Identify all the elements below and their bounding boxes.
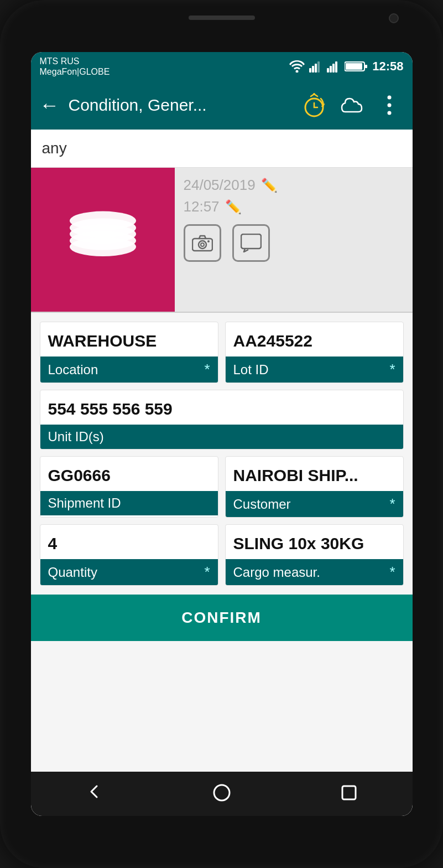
app-toolbar: ← Condition, Gener... bbox=[31, 81, 413, 130]
svg-rect-8 bbox=[335, 61, 337, 73]
filter-value: any bbox=[42, 140, 67, 157]
comment-button[interactable] bbox=[232, 224, 270, 262]
back-button[interactable]: ← bbox=[40, 94, 60, 117]
date-edit-icon[interactable]: ✏️ bbox=[261, 178, 278, 193]
status-right: 12:58 bbox=[289, 59, 403, 74]
carrier-info: MTS RUS MegaFon|GLOBE bbox=[40, 56, 110, 77]
product-date: 24/05/2019 ✏️ bbox=[184, 177, 404, 194]
cloud-icon bbox=[338, 92, 365, 118]
quantity-value: 4 bbox=[40, 525, 218, 559]
svg-rect-7 bbox=[332, 64, 335, 73]
lot-id-required: * bbox=[389, 361, 395, 378]
field-unit-ids[interactable]: 554 555 556 559 Unit ID(s) bbox=[40, 390, 404, 450]
customer-required: * bbox=[389, 495, 395, 513]
carrier-1: MTS RUS bbox=[40, 56, 110, 66]
phone-frame: MTS RUS MegaFon|GLOBE bbox=[0, 0, 443, 868]
timer-button[interactable] bbox=[300, 91, 329, 120]
confirm-button[interactable]: CONFIRM bbox=[31, 595, 413, 641]
wifi-icon bbox=[289, 60, 305, 73]
svg-rect-26 bbox=[241, 234, 261, 249]
shipment-id-value: GG0666 bbox=[40, 457, 218, 491]
quantity-label: Quantity * bbox=[40, 559, 218, 585]
nav-home-icon bbox=[212, 783, 232, 803]
lot-id-value: AA245522 bbox=[226, 322, 403, 356]
sync-button[interactable] bbox=[337, 91, 366, 120]
time-edit-icon[interactable]: ✏️ bbox=[225, 199, 242, 215]
warehouse-value: WAREHOUSE bbox=[40, 322, 218, 356]
toolbar-actions bbox=[300, 91, 404, 120]
product-card: 24/05/2019 ✏️ 12:57 ✏️ bbox=[31, 168, 413, 313]
phone-screen: MTS RUS MegaFon|GLOBE bbox=[31, 52, 413, 816]
status-time: 12:58 bbox=[372, 59, 403, 74]
nav-back-icon bbox=[85, 782, 105, 802]
product-image bbox=[31, 168, 175, 312]
camera-dot bbox=[389, 13, 399, 23]
camera-icon bbox=[192, 234, 213, 252]
quantity-required: * bbox=[204, 564, 210, 581]
status-bar: MTS RUS MegaFon|GLOBE bbox=[31, 52, 413, 81]
camera-button[interactable] bbox=[184, 224, 221, 262]
field-lot-id[interactable]: AA245522 Lot ID * bbox=[225, 322, 404, 383]
lot-id-label: Lot ID * bbox=[226, 356, 403, 383]
customer-label: Customer * bbox=[226, 491, 403, 517]
field-warehouse[interactable]: WAREHOUSE Location * bbox=[40, 322, 218, 383]
svg-rect-6 bbox=[330, 66, 332, 73]
warehouse-label: Location * bbox=[40, 356, 218, 383]
svg-point-0 bbox=[296, 70, 299, 73]
fields-row-4: 4 Quantity * SLING 10x 30KG Cargo measur… bbox=[40, 524, 404, 586]
product-logo bbox=[59, 206, 147, 273]
field-cargo-measure[interactable]: SLING 10x 30KG Cargo measur. * bbox=[225, 524, 404, 586]
nav-recents-button[interactable] bbox=[339, 783, 359, 805]
cargo-required: * bbox=[389, 564, 395, 581]
svg-point-25 bbox=[207, 240, 210, 242]
more-options-button[interactable] bbox=[375, 91, 404, 120]
product-time: 12:57 ✏️ bbox=[184, 198, 404, 215]
carrier-2: MegaFon|GLOBE bbox=[40, 66, 110, 77]
svg-rect-4 bbox=[317, 61, 320, 73]
svg-rect-1 bbox=[309, 68, 311, 73]
cargo-measure-value: SLING 10x 30KG bbox=[226, 525, 403, 559]
comment-icon bbox=[241, 234, 262, 252]
svg-point-23 bbox=[199, 241, 206, 249]
form-fields: WAREHOUSE Location * AA245522 Lot ID * bbox=[31, 313, 413, 595]
content-area: any 24/05/2019 bbox=[31, 130, 413, 816]
svg-rect-10 bbox=[346, 63, 362, 70]
svg-point-16 bbox=[387, 111, 391, 115]
filter-bar: any bbox=[31, 130, 413, 168]
battery-icon bbox=[345, 61, 368, 72]
fields-row-1: WAREHOUSE Location * AA245522 Lot ID * bbox=[40, 322, 404, 383]
svg-point-27 bbox=[214, 785, 230, 800]
fields-row-3: GG0666 Shipment ID NAIROBI SHIP... Custo… bbox=[40, 456, 404, 518]
svg-rect-5 bbox=[327, 68, 329, 73]
svg-point-13 bbox=[313, 93, 315, 95]
svg-point-21 bbox=[70, 237, 136, 256]
svg-rect-2 bbox=[312, 66, 314, 73]
product-meta: 24/05/2019 ✏️ 12:57 ✏️ bbox=[175, 168, 413, 312]
svg-point-24 bbox=[201, 243, 204, 246]
svg-point-15 bbox=[387, 104, 391, 107]
shipment-id-label: Shipment ID bbox=[40, 491, 218, 515]
nav-recents-icon bbox=[339, 783, 359, 803]
unit-ids-label: Unit ID(s) bbox=[40, 425, 403, 449]
cargo-measure-label: Cargo measur. * bbox=[226, 559, 403, 585]
signal-icon-2 bbox=[327, 60, 340, 73]
field-shipment-id[interactable]: GG0666 Shipment ID bbox=[40, 456, 218, 518]
product-actions bbox=[184, 224, 404, 262]
signal-icon bbox=[309, 60, 322, 73]
svg-rect-3 bbox=[315, 64, 317, 73]
warehouse-required: * bbox=[204, 361, 210, 378]
bottom-nav-bar bbox=[31, 772, 413, 816]
nav-back-button[interactable] bbox=[85, 782, 105, 806]
svg-rect-11 bbox=[365, 65, 367, 68]
toolbar-title: Condition, Gener... bbox=[69, 96, 291, 115]
nav-home-button[interactable] bbox=[212, 783, 232, 805]
field-quantity[interactable]: 4 Quantity * bbox=[40, 524, 218, 586]
timer-icon bbox=[301, 92, 327, 118]
customer-value: NAIROBI SHIP... bbox=[226, 457, 403, 491]
svg-rect-28 bbox=[342, 786, 356, 799]
more-icon bbox=[387, 94, 392, 116]
unit-ids-value: 554 555 556 559 bbox=[40, 390, 403, 425]
svg-point-14 bbox=[387, 96, 391, 100]
field-customer[interactable]: NAIROBI SHIP... Customer * bbox=[225, 456, 404, 518]
